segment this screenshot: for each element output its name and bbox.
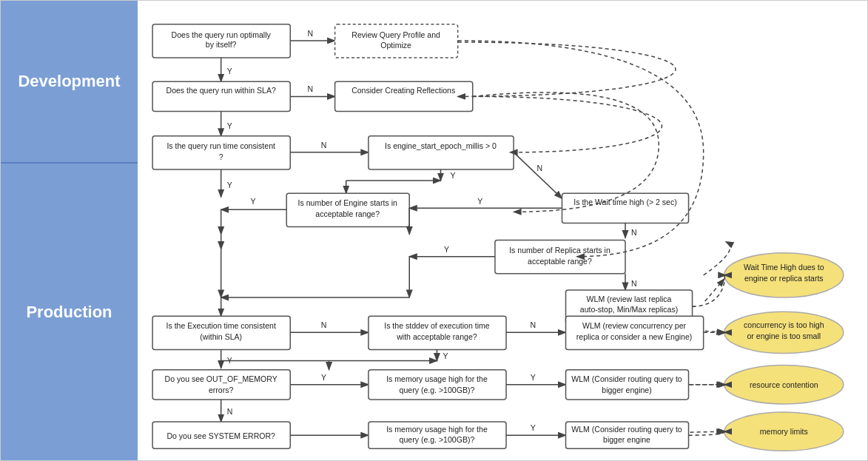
- label-y7: Y: [444, 245, 449, 254]
- left-panel: Development Production: [1, 1, 138, 460]
- node-q1-text2: by itself?: [206, 40, 237, 49]
- node-q7-text: Is number of Replica starts in: [509, 246, 610, 255]
- label-y4: Y: [451, 171, 456, 180]
- ellipse-e2-text: concurrency is too high: [744, 320, 824, 329]
- node-q4-text: Is engine_start_epoch_millis > 0: [385, 141, 497, 150]
- node-q10-text2: errors?: [209, 386, 234, 394]
- node-r6-text: WLM (Consider routing query to: [571, 425, 682, 434]
- node-q8-text: Is the Execution time consistent: [166, 321, 276, 330]
- diagram-area: Does the query run optimally by itself? …: [138, 1, 867, 460]
- node-q3-text: Is the query run time consistent: [166, 141, 275, 150]
- label-y5: Y: [250, 197, 255, 206]
- label-y6: Y: [477, 197, 482, 206]
- node-q11-text: Is memory usage high for the: [386, 374, 488, 383]
- node-q11-text2: query (e.g. >100GB)?: [400, 386, 475, 394]
- label-y11: Y: [531, 373, 536, 382]
- label-y3: Y: [227, 181, 232, 189]
- label-n9: N: [227, 407, 233, 416]
- node-q13-text: Is memory usage high for the: [386, 425, 488, 434]
- node-r3-text: WLM (review last replica: [587, 295, 672, 303]
- node-r6-text2: bigger engine: [603, 435, 650, 444]
- ellipse-e2-text2: or engine is too small: [747, 332, 821, 340]
- node-r1-text2: Optimize: [380, 41, 411, 50]
- node-q9-text2: with acceptable range?: [396, 332, 477, 341]
- node-r4-text2: replica or consider a new Engine): [576, 332, 693, 341]
- label-n7: N: [321, 320, 327, 329]
- node-q2-text: Does the query run within SLA?: [166, 86, 276, 95]
- node-r1-text: Review Query Profile and: [351, 30, 440, 39]
- svg-line-11: [514, 152, 562, 198]
- label-y9: Y: [227, 356, 232, 365]
- label-n6: N: [631, 279, 637, 288]
- main-container: Development Production Does the query ru…: [0, 0, 868, 461]
- label-y1: Y: [227, 67, 232, 75]
- node-q13-text2: query (e.g. >100GB)?: [400, 435, 475, 444]
- node-r5-text: WLM (Consider routing query to: [571, 374, 682, 383]
- node-r5-text2: bigger engine): [602, 386, 651, 394]
- development-section: Development: [1, 1, 138, 164]
- node-q8-text2: (within SLA): [200, 332, 242, 341]
- node-r4-text: WLM (review concurrency per: [582, 321, 687, 330]
- node-q1-text: Does the query run optimally: [172, 30, 272, 39]
- node-q5-text2: acceptable range?: [315, 209, 380, 218]
- label-y2: Y: [227, 121, 232, 130]
- label-y12: Y: [531, 423, 536, 432]
- node-q7-text2: acceptable range?: [528, 257, 592, 266]
- label-n8: N: [530, 320, 536, 329]
- label-n4: N: [536, 164, 542, 172]
- node-q10-text: Do you see OUT_OF_MEMORY: [165, 374, 277, 383]
- label-n1: N: [308, 29, 314, 38]
- label-n2: N: [308, 84, 314, 93]
- node-r3-text2: auto-stop, Min/Max replicas): [580, 305, 678, 314]
- ellipse-e1-text2: engine or replica starts: [744, 274, 824, 283]
- label-y8: Y: [443, 351, 448, 360]
- label-y10: Y: [321, 373, 326, 382]
- node-r2-text: Consider Creating Reflections: [351, 86, 455, 95]
- node-q9-text: Is the stddev of execution time: [384, 321, 490, 330]
- label-n3: N: [321, 141, 327, 149]
- ellipse-e1-text: Wait Time High dues to: [744, 263, 824, 272]
- ellipse-e3-text: resource contention: [750, 380, 818, 389]
- production-label: Production: [26, 303, 112, 322]
- production-section: Production: [1, 164, 138, 460]
- node-q3-text2: ?: [219, 152, 223, 161]
- development-label: Development: [18, 72, 120, 91]
- label-n5a: N: [631, 228, 637, 237]
- node-q5-text: Is number of Engine starts in: [298, 198, 397, 207]
- ellipse-e4-text: memory limits: [760, 427, 808, 436]
- node-q12-text: Do you see SYSTEM ERROR?: [166, 431, 275, 440]
